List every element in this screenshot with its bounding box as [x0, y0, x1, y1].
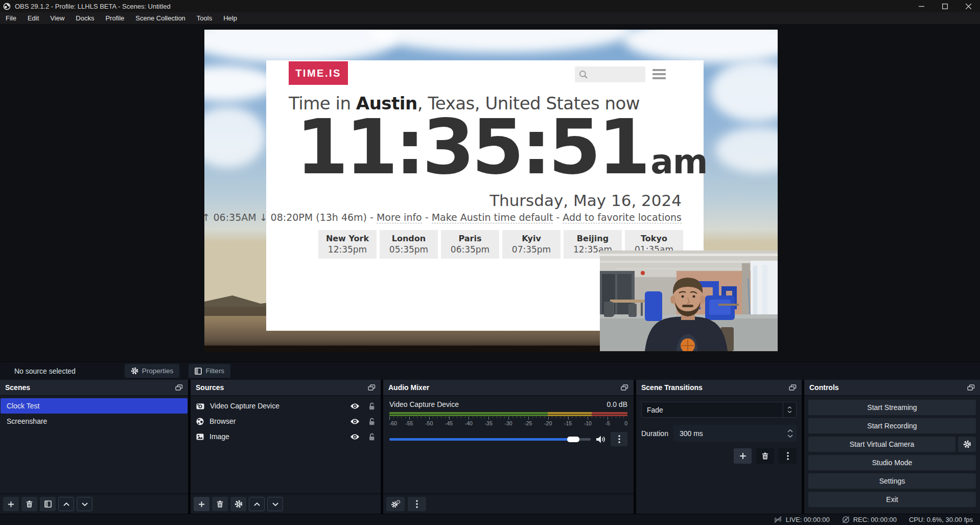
hamburger-menu-icon[interactable] [652, 69, 666, 79]
popout-icon[interactable] [789, 384, 797, 391]
separator: - [553, 212, 563, 223]
studio-mode-button[interactable]: Studio Mode [808, 455, 976, 470]
popout-icon[interactable] [621, 384, 628, 391]
city-box-london[interactable]: London 05:35pm [380, 230, 438, 259]
record-inactive-icon [842, 516, 850, 523]
minimize-button[interactable] [909, 0, 933, 12]
add-scene-button[interactable] [3, 497, 19, 511]
make-default-link[interactable]: Make Austin time default [432, 212, 553, 223]
webcam-overlay[interactable] [600, 250, 778, 351]
unlock-icon[interactable] [368, 418, 375, 425]
preview-area[interactable]: TIME.IS Time in Austin, Texas, United St… [0, 24, 980, 361]
filters-icon [195, 368, 202, 375]
plus-icon [198, 501, 205, 508]
move-source-up-button[interactable] [249, 497, 265, 511]
remove-source-button[interactable] [212, 497, 228, 511]
kebab-icon [787, 452, 789, 460]
popout-icon[interactable] [175, 384, 183, 391]
menu-scene-collection[interactable]: Scene Collection [130, 12, 191, 24]
transition-select-arrows[interactable] [783, 402, 796, 417]
filters-button[interactable]: Filters [189, 364, 230, 378]
volume-slider[interactable] [389, 438, 591, 441]
add-source-button[interactable] [194, 497, 209, 511]
gear-icon [131, 367, 138, 375]
volume-slider-handle[interactable] [567, 437, 579, 442]
source-label: Video Capture Device [210, 402, 279, 410]
live-timecode: LIVE: 00:00:00 [786, 516, 830, 523]
speaker-icon[interactable] [596, 436, 605, 443]
add-favorite-link[interactable]: Add to favorite locations [563, 212, 682, 223]
popout-icon[interactable] [368, 384, 376, 391]
menu-file[interactable]: File [0, 12, 22, 24]
popout-icon[interactable] [967, 384, 975, 391]
source-row-image[interactable]: Image [191, 429, 381, 444]
eye-icon[interactable] [350, 403, 360, 409]
menu-tools[interactable]: Tools [191, 12, 218, 24]
mixer-channel-name: Video Capture Device [389, 400, 459, 408]
menu-docks[interactable]: Docks [70, 12, 100, 24]
city-name: Kyiv [502, 234, 561, 243]
city-box-kyiv[interactable]: Kyiv 07:35pm [502, 230, 561, 259]
virtual-camera-config-button[interactable] [958, 437, 976, 452]
trash-icon [217, 500, 223, 508]
move-source-down-button[interactable] [267, 497, 283, 511]
meter-ruler [389, 417, 627, 420]
duration-spin-arrows[interactable] [783, 425, 797, 442]
maximize-button[interactable] [933, 0, 956, 12]
webcam-scene [600, 250, 778, 351]
sun-times: Sun: ↑ 06:35AM ↓ 08:20PM (13h 46m) - [204, 212, 377, 223]
exit-button[interactable]: Exit [808, 492, 976, 507]
timeis-search-input[interactable] [575, 66, 645, 82]
scene-item-screenshare[interactable]: Screenshare [1, 414, 188, 429]
city-time: 07:35pm [502, 244, 561, 255]
source-row-browser[interactable]: Browser [191, 414, 381, 429]
menu-view[interactable]: View [44, 12, 70, 24]
timeis-logo[interactable]: TIME.IS [289, 61, 348, 85]
start-recording-button[interactable]: Start Recording [808, 418, 976, 433]
duration-spinbox[interactable]: 300 ms [673, 425, 797, 442]
source-toolbar: No source selected Properties Filters [0, 361, 980, 380]
program-canvas[interactable]: TIME.IS Time in Austin, Texas, United St… [204, 30, 778, 352]
mixer-channel-menu-button[interactable] [611, 432, 627, 446]
eye-icon[interactable] [350, 433, 360, 440]
scenes-panel: Scenes Clock Test Screenshare [0, 380, 188, 514]
add-transition-button[interactable] [734, 448, 752, 464]
scene-filters-button[interactable] [40, 497, 56, 511]
live-status: LIVE: 00:00:00 [774, 516, 830, 523]
remove-transition-button[interactable] [756, 448, 774, 464]
transition-select[interactable]: Fade [641, 402, 797, 418]
transition-properties-button[interactable] [779, 448, 797, 464]
city-box-new-york[interactable]: New York 12:35pm [318, 230, 377, 259]
chevron-up-icon [254, 503, 260, 506]
menu-profile[interactable]: Profile [100, 12, 130, 24]
eye-icon[interactable] [350, 418, 360, 425]
close-button[interactable] [956, 0, 980, 12]
remove-scene-button[interactable] [21, 497, 37, 511]
mixer-channel: Video Capture Device 0.0 dB -60 -55 -50 … [383, 396, 634, 446]
scene-item-clock-test[interactable]: Clock Test [1, 398, 188, 414]
camera-icon [196, 403, 204, 409]
transitions-title: Scene Transitions [641, 383, 703, 392]
unlock-icon[interactable] [368, 402, 375, 410]
properties-label: Properties [142, 367, 174, 375]
settings-button[interactable]: Settings [808, 473, 976, 489]
move-scene-down-button[interactable] [77, 497, 92, 511]
city-box-paris[interactable]: Paris 06:35pm [441, 230, 499, 259]
mixer-menu-button[interactable] [408, 497, 426, 511]
source-properties-button[interactable] [230, 497, 246, 511]
menu-help[interactable]: Help [218, 12, 243, 24]
start-streaming-button[interactable]: Start Streaming [808, 400, 976, 415]
more-info-link[interactable]: More info [377, 212, 422, 223]
timeis-logo-text: TIME.IS [295, 67, 341, 79]
cpu-fps-stats: CPU: 0.6%, 30.00 fps [909, 516, 973, 523]
start-virtual-camera-button[interactable]: Start Virtual Camera [808, 437, 955, 452]
advanced-audio-button[interactable] [386, 497, 405, 511]
city-time: 05:35pm [380, 244, 438, 255]
properties-button[interactable]: Properties [125, 364, 180, 378]
unlock-icon[interactable] [368, 433, 375, 441]
source-row-video-capture[interactable]: Video Capture Device [191, 398, 381, 414]
move-scene-up-button[interactable] [58, 497, 74, 511]
chevron-down-icon [787, 435, 793, 438]
menu-edit[interactable]: Edit [22, 12, 44, 24]
volume-meter: -60 -55 -50 -45 -40 -35 -30 -25 -20 -15 … [389, 412, 627, 427]
